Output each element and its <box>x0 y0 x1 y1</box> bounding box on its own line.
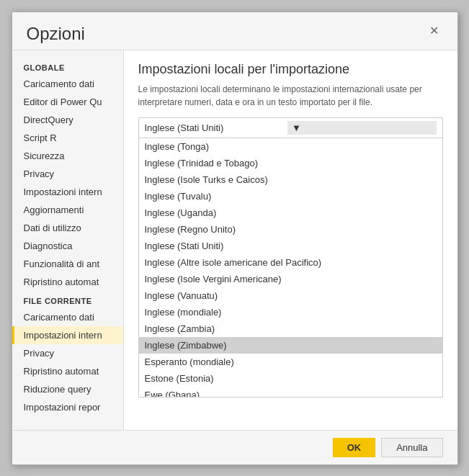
dialog-title: Opzioni <box>27 24 85 44</box>
section-file-corrente-title: FILE CORRENTE <box>12 291 123 308</box>
dialog-header: Opzioni ✕ <box>12 12 457 50</box>
list-item[interactable]: Inglese (Altre isole americane del Pacif… <box>139 254 442 271</box>
list-item[interactable]: Ewe (Ghana) <box>139 387 442 398</box>
sidebar-item-sicurezza[interactable]: Sicurezza <box>12 147 123 165</box>
list-item[interactable]: Inglese (Trinidad e Tobago) <box>139 155 442 171</box>
sidebar-item-editor-power-query[interactable]: Editor di Power Qu <box>12 93 123 111</box>
list-item[interactable]: Inglese (Tonga) <box>139 138 442 155</box>
list-item[interactable]: Esperanto (mondiale) <box>139 354 442 370</box>
list-item[interactable]: Inglese (Zimbabwe) <box>139 337 442 354</box>
list-item[interactable]: Inglese (Isole Vergini Americane) <box>139 271 442 287</box>
sidebar-item-ripristino-automat-globale[interactable]: Ripristino automat <box>12 273 123 291</box>
list-item[interactable]: Inglese (Stati Uniti) <box>139 238 442 254</box>
sidebar-item-privacy-file[interactable]: Privacy <box>12 344 123 362</box>
section-globale-title: GLOBALE <box>12 58 123 75</box>
sidebar-item-script-r[interactable]: Script R <box>12 129 123 147</box>
dropdown-value: Inglese (Stati Uniti) <box>145 122 285 133</box>
close-button[interactable]: ✕ <box>425 24 443 38</box>
sidebar-file-corrente-section: Caricamento datiImpostazioni internPriva… <box>12 308 123 416</box>
main-content: Impostazioni locali per l'importazione L… <box>124 50 457 430</box>
list-item[interactable]: Inglese (Regno Unito) <box>139 221 442 238</box>
locale-list[interactable]: Inglese (Tonga)Inglese (Trinidad e Tobag… <box>138 138 443 398</box>
main-description: Le impostazioni locali determinano le im… <box>138 83 443 109</box>
sidebar-item-impostazioni-intern-file[interactable]: Impostazioni intern <box>12 326 123 344</box>
list-item[interactable]: Inglese (Vanuatu) <box>139 287 442 304</box>
sidebar-item-funzionalita-ant[interactable]: Funzionalità di ant <box>12 255 123 273</box>
options-dialog: Opzioni ✕ GLOBALE Caricamento datiEditor… <box>12 12 458 465</box>
sidebar-item-diagnostica[interactable]: Diagnostica <box>12 237 123 255</box>
sidebar-globale-section: Caricamento datiEditor di Power QuDirect… <box>12 75 123 291</box>
dialog-body: GLOBALE Caricamento datiEditor di Power … <box>12 50 457 430</box>
sidebar-item-riduzione-query[interactable]: Riduzione query <box>12 380 123 398</box>
sidebar-item-caricamento-dati-file[interactable]: Caricamento dati <box>12 308 123 326</box>
main-title: Impostazioni locali per l'importazione <box>138 62 443 77</box>
sidebar-item-direct-query[interactable]: DirectQuery <box>12 111 123 129</box>
list-item[interactable]: Inglese (Isole Turks e Caicos) <box>139 171 442 188</box>
sidebar-item-impostazioni-intern-globale[interactable]: Impostazioni intern <box>12 183 123 201</box>
locale-dropdown[interactable]: Inglese (Stati Uniti) ▼ <box>138 117 443 138</box>
list-item[interactable]: Estone (Estonia) <box>139 370 442 387</box>
list-item[interactable]: Inglese (Tuvalu) <box>139 188 442 205</box>
sidebar-item-dati-utilizzo[interactable]: Dati di utilizzo <box>12 219 123 237</box>
list-item[interactable]: Inglese (Zambia) <box>139 320 442 337</box>
sidebar-item-aggiornamenti[interactable]: Aggiornamenti <box>12 201 123 219</box>
dropdown-arrow-icon: ▼ <box>287 121 437 135</box>
sidebar-item-ripristino-automat-file[interactable]: Ripristino automat <box>12 362 123 380</box>
sidebar-item-impostazioni-repor[interactable]: Impostazioni repor <box>12 398 123 416</box>
sidebar: GLOBALE Caricamento datiEditor di Power … <box>12 50 124 430</box>
sidebar-item-privacy-globale[interactable]: Privacy <box>12 165 123 183</box>
list-item[interactable]: Inglese (Uganda) <box>139 205 442 221</box>
dialog-footer: OK Annulla <box>12 430 457 464</box>
list-item[interactable]: Inglese (mondiale) <box>139 304 442 320</box>
sidebar-item-caricamento-dati-globale[interactable]: Caricamento dati <box>12 75 123 93</box>
cancel-button[interactable]: Annulla <box>381 438 442 457</box>
ok-button[interactable]: OK <box>333 438 376 457</box>
